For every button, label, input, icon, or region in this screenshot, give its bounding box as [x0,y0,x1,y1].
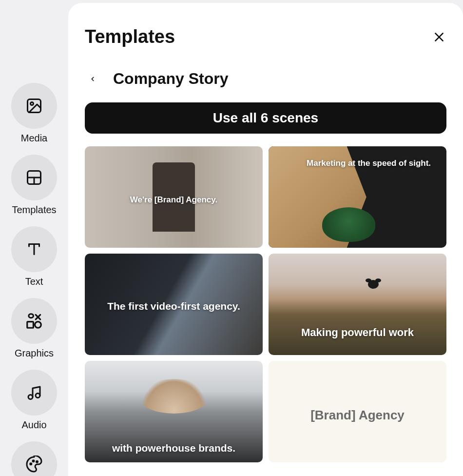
scene-caption: [Brand] Agency [269,408,446,423]
scene-thumbnail[interactable]: with powerhouse brands. [85,361,263,462]
sidebar: Media Templates Text [0,0,68,476]
sidebar-label-audio: Audio [21,419,46,431]
close-icon [433,31,445,43]
close-button[interactable] [432,30,446,44]
text-icon [25,240,43,258]
scene-caption: The first video-first agency. [85,300,263,312]
sidebar-item-audio[interactable]: Audio [11,370,57,431]
sidebar-label-text: Text [25,276,43,287]
sidebar-item-graphics[interactable]: Graphics [11,298,57,359]
scene-thumbnail[interactable]: Making powerful work [269,254,446,355]
svg-point-11 [30,463,32,465]
graphics-icon [25,312,43,330]
sidebar-label-graphics: Graphics [15,348,54,359]
back-button[interactable] [85,71,100,87]
palette-icon [25,456,43,473]
svg-rect-7 [27,322,34,328]
panel-title: Templates [85,26,175,47]
sidebar-item-text[interactable]: Text [11,226,57,287]
text-icon-wrap [11,226,57,272]
styles-icon-wrap [11,441,57,476]
sidebar-item-templates[interactable]: Templates [11,155,57,216]
svg-point-1 [31,102,34,105]
audio-icon [25,384,43,401]
scenes-grid: We're [Brand] Agency. Marketing at the s… [85,146,446,462]
sidebar-item-media[interactable]: Media [11,83,57,144]
svg-point-13 [37,461,38,462]
sub-header: Company Story [85,70,446,88]
use-all-scenes-button[interactable]: Use all 6 scenes [85,102,446,134]
templates-icon [25,169,43,186]
scene-thumbnail[interactable]: Marketing at the speed of sight. [269,146,446,248]
sidebar-label-media: Media [21,133,47,144]
scene-caption: with powerhouse brands. [85,442,263,454]
media-icon [25,97,43,115]
scene-thumbnail[interactable]: [Brand] Agency [269,361,446,462]
sidebar-label-templates: Templates [12,204,56,216]
templates-icon-wrap [11,155,57,200]
templates-panel: Templates Company Story Use all 6 scenes… [68,3,463,476]
chevron-left-icon [89,74,96,84]
audio-icon-wrap [11,370,57,416]
scene-caption: Making powerful work [269,326,446,339]
sidebar-item-styles[interactable] [11,441,57,476]
panel-header: Templates [85,26,446,47]
scene-caption: We're [Brand] Agency. [85,195,263,205]
scene-thumbnail[interactable]: We're [Brand] Agency. [85,146,263,248]
scene-thumbnail[interactable]: The first video-first agency. [85,254,263,355]
svg-point-8 [35,322,41,328]
graphics-icon-wrap [11,298,57,344]
media-icon-wrap [11,83,57,129]
category-title: Company Story [113,70,228,88]
scene-caption: Marketing at the speed of sight. [302,159,436,168]
svg-point-12 [33,460,34,462]
